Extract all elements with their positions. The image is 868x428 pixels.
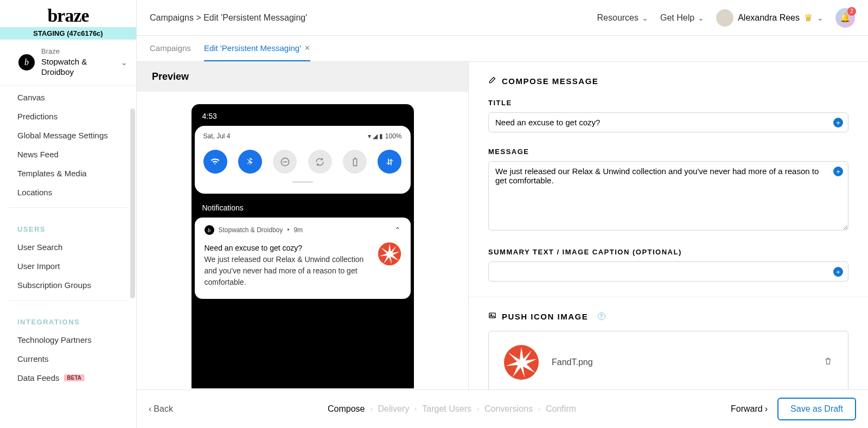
sidebar-nav: Canvas Predictions Global Message Settin… xyxy=(0,86,136,428)
status-icons: ▾ ◢ ▮ 100% xyxy=(368,132,402,140)
title-label: TITLE xyxy=(488,99,848,107)
image-icon xyxy=(488,311,496,321)
chevron-right-icon: › xyxy=(477,405,479,413)
chevron-left-icon: ‹ xyxy=(149,404,151,414)
step-delivery[interactable]: Delivery xyxy=(378,404,409,414)
chevron-down-icon: ⌄ xyxy=(121,58,127,67)
back-button[interactable]: ‹ Back xyxy=(149,404,173,414)
notification-image-preview xyxy=(378,242,401,265)
help-icon[interactable]: ? xyxy=(598,312,605,320)
status-date: Sat, Jul 4 xyxy=(203,132,231,140)
logo-text: braze xyxy=(47,5,88,25)
personalization-add-button[interactable]: + xyxy=(833,118,843,127)
user-menu[interactable]: Alexandra Rees ♛ ⌄ xyxy=(716,9,824,27)
sidebar-item-predictions[interactable]: Predictions xyxy=(0,107,136,126)
summary-label: SUMMARY TEXT / IMAGE CAPTION (OPTIONAL) xyxy=(488,248,848,256)
avatar xyxy=(716,9,733,27)
main: Campaigns > Edit 'Persistent Messaging' … xyxy=(137,0,868,428)
edit-icon xyxy=(488,76,496,86)
divider xyxy=(9,207,127,208)
title-input[interactable] xyxy=(488,112,848,132)
sidebar-item-subscription-groups[interactable]: Subscription Groups xyxy=(0,276,136,295)
chevron-right-icon: › xyxy=(370,405,372,413)
resources-menu[interactable]: Resources⌄ xyxy=(597,13,648,23)
tab-campaigns[interactable]: Campaigns xyxy=(150,36,191,61)
notifications-button[interactable]: 🔔 2 xyxy=(835,8,855,28)
sidebar-item-currents[interactable]: Currents xyxy=(0,349,136,368)
chevron-down-icon: ⌄ xyxy=(698,14,704,22)
chevron-down-icon: ⌄ xyxy=(817,14,824,22)
sidebar-item-data-feeds[interactable]: Data Feeds BETA xyxy=(0,368,136,387)
sidebar-item-technology-partners[interactable]: Technology Partners xyxy=(0,330,136,349)
message-label: MESSAGE xyxy=(488,148,848,156)
user-name: Alexandra Rees xyxy=(738,13,800,23)
scrollbar[interactable] xyxy=(130,108,135,298)
compose-pane: COMPOSE MESSAGE TITLE + MESSAGE We just … xyxy=(469,62,868,389)
forward-button[interactable]: Forward › xyxy=(731,404,768,414)
footer: ‹ Back Compose › Delivery › Target Users… xyxy=(137,389,868,428)
drag-handle xyxy=(292,181,313,183)
sidebar-heading-integrations: INTEGRATIONS xyxy=(0,306,136,330)
push-icon-filename: FandT.png xyxy=(552,357,810,367)
sidebar-item-user-search[interactable]: User Search xyxy=(0,238,136,257)
step-target-users[interactable]: Target Users xyxy=(422,404,471,414)
signal-icon: ◢ xyxy=(373,132,378,140)
beta-badge: BETA xyxy=(64,374,85,381)
breadcrumb: Campaigns > Edit 'Persistent Messaging' xyxy=(150,13,597,23)
divider xyxy=(469,297,868,297)
app-icon: b xyxy=(205,225,214,235)
step-conversions[interactable]: Conversions xyxy=(484,404,533,414)
topbar: Campaigns > Edit 'Persistent Messaging' … xyxy=(137,0,868,36)
personalization-add-button[interactable]: + xyxy=(833,267,843,277)
workspace-name: Stopwatch & Droidboy xyxy=(41,56,121,78)
notifications-heading: Notifications xyxy=(192,194,414,218)
chevron-down-icon: ⌄ xyxy=(642,14,648,22)
sidebar-item-canvas[interactable]: Canvas xyxy=(0,88,136,107)
trash-icon[interactable] xyxy=(824,356,833,368)
bluetooth-toggle xyxy=(238,150,262,174)
dnd-toggle xyxy=(273,150,297,174)
push-icon-section-title: PUSH ICON IMAGE ? xyxy=(488,311,848,321)
divider xyxy=(9,300,127,301)
save-as-draft-button[interactable]: Save as Draft xyxy=(777,398,856,420)
workspace-avatar: b xyxy=(18,54,35,71)
notification-shade: Sat, Jul 4 ▾ ◢ ▮ 100% xyxy=(195,126,411,194)
push-icon-thumbnail xyxy=(504,345,539,380)
step-indicator: Compose › Delivery › Target Users › Conv… xyxy=(173,404,731,414)
sidebar-item-templates-media[interactable]: Templates & Media xyxy=(0,164,136,183)
chevron-right-icon: › xyxy=(538,405,540,413)
chevron-right-icon: › xyxy=(414,405,417,413)
get-help-menu[interactable]: Get Help⌄ xyxy=(660,13,704,23)
summary-input[interactable] xyxy=(488,261,848,282)
preview-header: Preview xyxy=(137,62,468,92)
notification-app-name: Stopwatch & Droidboy xyxy=(219,226,283,234)
svg-rect-2 xyxy=(353,158,356,165)
compose-section-title: COMPOSE MESSAGE xyxy=(488,76,848,86)
message-textarea[interactable]: We just released our Relax & Unwind coll… xyxy=(488,161,848,231)
wifi-icon: ▾ xyxy=(368,132,371,140)
battery-icon: ▮ xyxy=(379,132,383,140)
wifi-toggle xyxy=(203,150,227,174)
crown-icon: ♛ xyxy=(804,12,813,24)
sidebar-item-global-message-settings[interactable]: Global Message Settings xyxy=(0,126,136,145)
battery-saver-toggle xyxy=(343,150,367,174)
close-icon[interactable]: ✕ xyxy=(304,44,310,52)
preview-pane: Preview 4:53 Sat, Jul 4 ▾ ◢ ▮ 100% xyxy=(137,62,469,389)
workspace-picker[interactable]: b Braze Stopwatch & Droidboy ⌄ xyxy=(0,40,136,86)
step-compose[interactable]: Compose xyxy=(328,404,365,414)
notification-count: 2 xyxy=(847,7,856,16)
sidebar-item-locations[interactable]: Locations xyxy=(0,183,136,202)
step-confirm[interactable]: Confirm xyxy=(546,404,576,414)
tab-edit-campaign[interactable]: Edit 'Persistent Messaging' ✕ xyxy=(204,36,310,61)
rotate-toggle xyxy=(308,150,332,174)
chevron-right-icon: › xyxy=(765,404,768,414)
sidebar-item-news-feed[interactable]: News Feed xyxy=(0,145,136,164)
personalization-add-button[interactable]: + xyxy=(833,167,843,176)
sidebar-item-user-import[interactable]: User Import xyxy=(0,257,136,276)
data-toggle xyxy=(378,150,401,174)
sidebar-heading-users: USERS xyxy=(0,213,136,238)
notification-title-preview: Need an excuse to get cozy? xyxy=(205,242,371,254)
chevron-up-icon: ⌃ xyxy=(394,226,401,234)
sidebar: braze STAGING (47c6176c) b Braze Stopwat… xyxy=(0,0,137,428)
logo[interactable]: braze xyxy=(0,0,136,27)
